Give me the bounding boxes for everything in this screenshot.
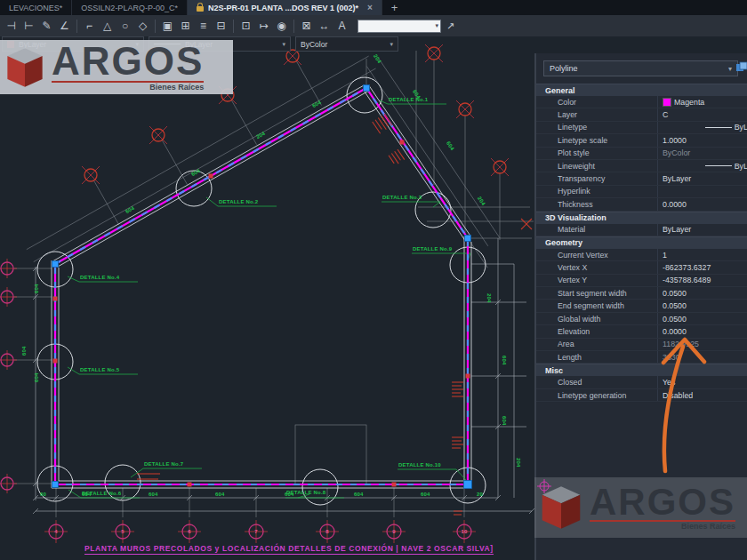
file-tab[interactable]: N2S-PR-01 PLANTA ...DOS REV 1 (002)*× [188, 0, 382, 15]
prop-label: Linetype [558, 123, 657, 132]
vertex-grips[interactable] [52, 85, 472, 489]
chevron-down-icon: ▾ [728, 65, 732, 73]
prop-label: Plot style [558, 148, 657, 157]
toolbar-icon[interactable]: △ [99, 18, 116, 35]
prop-value: Magenta [657, 96, 747, 108]
new-tab-button[interactable]: + [382, 0, 407, 15]
prop-row[interactable]: LayerC [536, 108, 747, 121]
prop-row[interactable]: ClosedYes [536, 376, 747, 388]
plotstyle-control-dropdown[interactable]: ByColor ▾ [295, 36, 398, 52]
prop-value: 3830 [657, 351, 747, 363]
prop-label: Global width [558, 315, 657, 324]
prop-row[interactable]: Area1182.9925 [536, 339, 747, 351]
prop-value-text: ByLayer [663, 174, 691, 183]
argos-tagline: Bienes Raíces [149, 83, 204, 92]
section-header[interactable]: Misc [536, 364, 747, 376]
toolbar-trailing-icon[interactable]: ↗ [446, 20, 454, 32]
prop-row[interactable]: Vertex Y-435788.6489 [536, 275, 747, 287]
prop-row[interactable]: Plot styleByColor [536, 148, 747, 160]
toolbar-icon[interactable]: ↦ [255, 18, 272, 35]
prop-value-text: ByLayer [735, 123, 747, 132]
toolbar-icon[interactable]: ✎ [38, 18, 55, 35]
prop-label: Linetype scale [558, 136, 657, 145]
chevron-down-icon[interactable]: ▾ [433, 22, 440, 29]
prop-value-text: 0.0000 [663, 200, 687, 209]
prop-value: 0.0000 [657, 325, 747, 337]
prop-value-text: Yes [663, 378, 675, 387]
prop-row[interactable]: Vertex X-862373.6327 [536, 261, 747, 274]
toolbar-icon[interactable]: ⊡ [237, 18, 254, 35]
prop-row[interactable]: Length3830 [536, 351, 747, 364]
object-type-dropdown[interactable]: Polyline ▾ [543, 60, 738, 76]
prop-row[interactable]: MaterialByLayer [536, 224, 747, 236]
toolbar-icon[interactable]: ⊟ [213, 18, 229, 35]
prop-label: Elevation [558, 327, 657, 336]
section-header[interactable]: General [536, 84, 747, 96]
prop-label: Color [558, 98, 657, 107]
prop-row[interactable]: End segment width0.0500 [536, 300, 747, 312]
properties-grid: GeneralColorMagentaLayerCLinetypeByLayer… [536, 84, 747, 402]
prop-label: Linetype generation [558, 391, 657, 400]
toolbar-icon[interactable]: ◇ [134, 18, 151, 35]
prop-row[interactable]: Thickness0.0000 [536, 198, 747, 211]
prop-value-text: ByLayer [735, 162, 747, 171]
toolbar-combo-input[interactable] [358, 20, 433, 31]
file-tab[interactable]: LEVACIONES* [0, 0, 72, 15]
prop-value-text: -435788.6489 [663, 276, 711, 284]
prop-row[interactable]: Linetype scale1.0000 [536, 134, 747, 147]
prop-row[interactable]: Linetype generationDisabled [536, 389, 747, 402]
prop-label: End segment width [558, 301, 657, 310]
toolbar-icon[interactable]: ◉ [273, 18, 290, 35]
prop-value: ByLayer [657, 172, 747, 184]
toolbar-icon[interactable]: ⊣ [3, 18, 20, 35]
toolbar-icon[interactable]: ⊠ [298, 18, 315, 35]
prop-row[interactable]: Hyperlink [536, 186, 747, 198]
toolbar-icon[interactable]: ⊢ [20, 18, 37, 35]
argos-brand-text: ARGOS [590, 484, 735, 520]
drawing-caption: PLANTA MUROS PRECOLADOS y LOCALIZACIÓN D… [84, 544, 494, 555]
prop-value: Yes [657, 376, 747, 388]
chevron-down-icon: ▾ [384, 41, 393, 48]
prop-row[interactable]: Start segment width0.0500 [536, 287, 747, 300]
file-tab[interactable]: OSSILN2-PLARQ-P-00_C* [72, 0, 188, 15]
prop-value: 0.0500 [657, 313, 747, 324]
prop-row[interactable]: ColorMagenta [536, 96, 747, 108]
prop-value-text: Disabled [663, 391, 693, 400]
prop-value-text: 0.0000 [663, 327, 687, 336]
toolbar-icon[interactable]: ○ [116, 18, 133, 35]
toolbar-icon[interactable]: ∠ [56, 18, 73, 35]
prop-label: Vertex X [558, 263, 657, 272]
prop-value: 1.0000 [657, 134, 747, 146]
object-type-value: Polyline [550, 64, 578, 73]
prop-row[interactable]: Elevation0.0000 [536, 325, 747, 338]
prop-value-text: 0.0500 [663, 301, 687, 310]
toolbar: ⊣⊢✎∠⌐△○◇▣⊞≡⊟⊡↦◉⊠↔A ▾ ↗ [0, 15, 747, 36]
toolbar-icon[interactable]: A [333, 18, 350, 35]
toolbar-combo[interactable]: ▾ [357, 20, 441, 33]
prop-row[interactable]: Current Vertex1 [536, 249, 747, 261]
close-tab-icon[interactable]: × [367, 3, 373, 12]
argos-cube-logo [5, 46, 44, 89]
prop-value: 0.0500 [657, 300, 747, 311]
toolbar-separator [233, 20, 234, 33]
prop-value-text: Magenta [674, 98, 704, 107]
toolbar-icon[interactable]: ↔ [316, 18, 333, 35]
prop-row[interactable]: TransparencyByLayer [536, 172, 747, 185]
toolbar-icon[interactable]: ▣ [159, 18, 176, 35]
toolbar-separator [293, 20, 294, 33]
toolbar-icon[interactable]: ⊞ [177, 18, 194, 35]
prop-value-text: 1182.9925 [663, 340, 699, 348]
pickadd-toggle-icon[interactable] [735, 61, 747, 74]
prop-value: -435788.6489 [657, 275, 747, 286]
prop-row[interactable]: Global width0.0500 [536, 313, 747, 325]
toolbar-icon[interactable]: ⌐ [81, 18, 98, 35]
toolbar-icon[interactable]: ≡ [195, 18, 212, 35]
section-header[interactable]: 3D Visualization [536, 212, 747, 224]
prop-row[interactable]: LineweightByLayer [536, 160, 747, 172]
prop-label: Closed [558, 378, 657, 387]
prop-label: Area [558, 340, 657, 348]
prop-value-text: ByLayer [663, 225, 691, 234]
section-header[interactable]: Geometry [536, 236, 747, 249]
prop-row[interactable]: LinetypeByLayer [536, 122, 747, 134]
prop-value: ByLayer [657, 122, 747, 133]
